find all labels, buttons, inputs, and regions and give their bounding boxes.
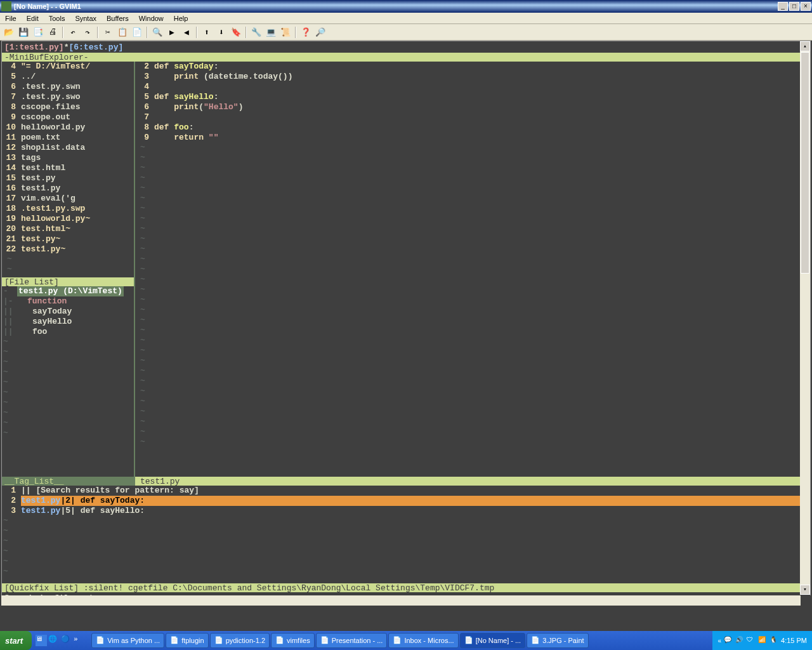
file-list-pane[interactable]: 4"= D:/VimTest/5../6.test.py.swn7.test.p… bbox=[2, 62, 134, 277]
file-list-item[interactable]: 4"= D:/VimTest/ bbox=[2, 62, 134, 72]
jumpback-button[interactable]: ⬆ bbox=[200, 26, 213, 39]
menu-window[interactable]: Window bbox=[134, 13, 169, 23]
script-button[interactable]: 📜 bbox=[279, 26, 292, 39]
system-tray[interactable]: « 💬 🔊 🛡 📶 🐧 4:15 PM bbox=[712, 631, 812, 650]
file-list-item[interactable]: 14test.html bbox=[2, 163, 134, 173]
file-list-item[interactable]: 10helloworld.py bbox=[2, 123, 134, 133]
taglist-file[interactable]: - test1.py (D:\VimTest) bbox=[2, 286, 134, 296]
taskbar-task[interactable]: 📄vimfiles bbox=[271, 633, 315, 648]
tray-clock[interactable]: 4:15 PM bbox=[781, 637, 807, 644]
paste-button[interactable]: 📄 bbox=[131, 26, 143, 39]
vertical-scrollbar[interactable]: ▴ ▾ bbox=[800, 41, 810, 595]
taskbar-task[interactable]: 📄ftplugin bbox=[166, 633, 208, 648]
file-list-item[interactable]: 22test1.py~ bbox=[2, 244, 134, 255]
editor-line[interactable]: 3 print (datetime.today()) bbox=[135, 72, 810, 82]
jumpfwd-button[interactable]: ⬇ bbox=[215, 26, 228, 39]
ql-desktop-icon[interactable]: 🖥 bbox=[36, 635, 47, 646]
file-list-item[interactable]: 17vim.eval('g bbox=[2, 194, 134, 204]
tray-icon[interactable]: 🛡 bbox=[747, 636, 756, 645]
make-button[interactable]: 🔧 bbox=[250, 26, 263, 39]
minibuf-buffers[interactable]: [1:test1.py]*[6:test.py] bbox=[4, 43, 123, 52]
file-list-item[interactable]: 7.test.py.swo bbox=[2, 92, 134, 102]
menu-buffers[interactable]: Buffers bbox=[102, 13, 134, 23]
quickfix-item[interactable]: 3test1.py|5| def sayHello: bbox=[2, 506, 810, 516]
quickfix-item[interactable]: 1|| [Search results for pattern: say] bbox=[2, 486, 810, 496]
ctags-button[interactable]: 🔖 bbox=[230, 26, 242, 39]
file-list-item[interactable]: 5../ bbox=[2, 72, 134, 82]
taskbar-task[interactable]: 📄pydiction-1.2 bbox=[210, 633, 270, 648]
file-list-item[interactable]: 21test.py~ bbox=[2, 234, 134, 244]
taskbar-task[interactable]: 📄Inbox - Micros... bbox=[388, 633, 458, 648]
findnext-button[interactable]: ▶ bbox=[166, 26, 178, 39]
file-list-item[interactable]: 13tags bbox=[2, 153, 134, 163]
editor-line[interactable]: 8def foo: bbox=[135, 123, 810, 133]
print-button[interactable]: 🖨 bbox=[46, 26, 59, 39]
editor-line[interactable]: 6 print("Hello") bbox=[135, 102, 810, 112]
horizontal-scrollbar[interactable] bbox=[1, 595, 801, 606]
tray-qq-icon[interactable]: 🐧 bbox=[769, 636, 778, 645]
menu-syntax[interactable]: Syntax bbox=[70, 13, 102, 23]
ql-ie-icon[interactable]: 🌐 bbox=[48, 635, 60, 646]
menu-help[interactable]: Help bbox=[169, 13, 193, 23]
save-button[interactable]: 💾 bbox=[17, 26, 30, 39]
file-list-item[interactable]: 12shoplist.data bbox=[2, 143, 134, 153]
saveall-button[interactable]: 📑 bbox=[32, 26, 44, 39]
open-button[interactable]: 📂 bbox=[3, 26, 15, 39]
task-icon: 📄 bbox=[275, 636, 284, 645]
taskbar-task[interactable]: 📄[No Name] - ... bbox=[460, 633, 526, 648]
editor-line[interactable]: 9 return "" bbox=[135, 133, 810, 143]
titlebar[interactable]: [No Name] - - GVIM1 _ □ × bbox=[0, 0, 812, 13]
taskbar-task[interactable]: 📄Vim as Python ... bbox=[91, 633, 164, 648]
taglist-kind[interactable]: |-function bbox=[2, 296, 134, 307]
taskbar-task[interactable]: 📄3.JPG - Paint bbox=[527, 633, 588, 648]
file-list-item[interactable]: 9cscope.out bbox=[2, 112, 134, 123]
menu-edit[interactable]: Edit bbox=[22, 13, 44, 23]
editor-line[interactable]: 5def sayHello: bbox=[135, 92, 810, 102]
editor-line[interactable]: 4 bbox=[135, 82, 810, 92]
file-list-item[interactable]: 15test.py bbox=[2, 173, 134, 183]
findprev-button[interactable]: ◀ bbox=[180, 26, 193, 39]
file-list-item[interactable]: 11poem.txt bbox=[2, 133, 134, 143]
copy-button[interactable]: 📋 bbox=[116, 26, 129, 39]
quickfix-pane[interactable]: 1|| [Search results for pattern: say]2te… bbox=[2, 486, 810, 583]
file-list-item[interactable]: 18.test1.py.swp bbox=[2, 204, 134, 214]
taglist-tag[interactable]: ||sayToday bbox=[2, 307, 134, 317]
redo-button[interactable]: ↷ bbox=[81, 26, 94, 39]
tray-icon[interactable]: 🔊 bbox=[735, 636, 744, 645]
shell-button[interactable]: 💻 bbox=[265, 26, 277, 39]
minimize-button[interactable]: _ bbox=[778, 2, 788, 11]
menu-tools[interactable]: Tools bbox=[44, 13, 70, 23]
file-list-item[interactable]: 16test1.py bbox=[2, 183, 134, 194]
file-list-item[interactable]: 19helloworld.py~ bbox=[2, 214, 134, 224]
file-list-item[interactable]: 6.test.py.swn bbox=[2, 82, 134, 92]
cut-button[interactable]: ✂ bbox=[102, 26, 114, 39]
tray-icon[interactable]: 📶 bbox=[758, 636, 767, 645]
menu-file[interactable]: File bbox=[0, 13, 22, 23]
ql-chrome-icon[interactable]: 🔵 bbox=[61, 635, 72, 646]
quickfix-item[interactable]: 2test1.py|2| def sayToday: bbox=[2, 496, 810, 506]
file-list-item[interactable]: 20test.html~ bbox=[2, 224, 134, 234]
editor-pane[interactable]: 2def sayToday:3 print (datetime.today())… bbox=[135, 62, 810, 477]
scroll-down-icon[interactable]: ▾ bbox=[800, 585, 810, 595]
taglist-tag[interactable]: ||foo bbox=[2, 327, 134, 337]
close-button[interactable]: × bbox=[801, 2, 811, 11]
findhelp-button[interactable]: 🔎 bbox=[314, 26, 327, 39]
editor-line[interactable]: 2def sayToday: bbox=[135, 62, 810, 72]
maximize-button[interactable]: □ bbox=[789, 2, 799, 11]
undo-button[interactable]: ↶ bbox=[67, 26, 79, 39]
help-button[interactable]: ❓ bbox=[299, 26, 312, 39]
tray-icon[interactable]: 💬 bbox=[724, 636, 733, 645]
replace-button[interactable]: 🔍 bbox=[151, 26, 164, 39]
scroll-thumb[interactable] bbox=[801, 52, 809, 274]
editor-line[interactable]: 7 bbox=[135, 112, 810, 123]
tray-expand-icon[interactable]: « bbox=[717, 637, 721, 644]
taskbar-task[interactable]: 📄Presentation - ... bbox=[316, 633, 388, 648]
tag-list-pane[interactable]: - test1.py (D:\VimTest)|-function||sayTo… bbox=[2, 286, 134, 477]
file-list-item[interactable]: 8cscope.files bbox=[2, 102, 134, 112]
task-icon: 📄 bbox=[214, 636, 223, 645]
scroll-up-icon[interactable]: ▴ bbox=[800, 41, 810, 51]
start-button[interactable]: start bbox=[0, 631, 32, 650]
ql-expand-icon[interactable]: » bbox=[74, 635, 85, 646]
minibuf-explorer[interactable]: [1:test1.py]*[6:test.py] bbox=[2, 41, 810, 53]
taglist-tag[interactable]: ||sayHello bbox=[2, 317, 134, 327]
